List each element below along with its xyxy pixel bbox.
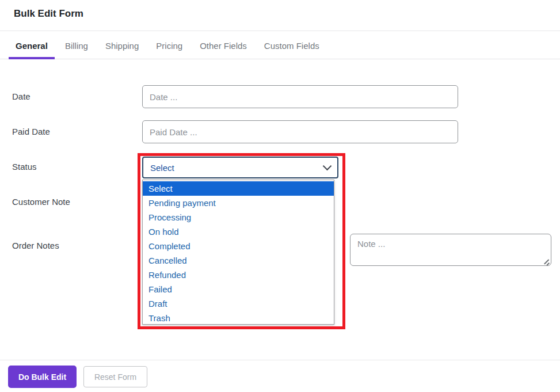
tab-pricing[interactable]: Pricing bbox=[149, 35, 189, 59]
paid-date-label: Paid Date bbox=[12, 127, 50, 136]
bulk-edit-form-page: Bulk Edit Form General Billing Shipping … bbox=[0, 0, 560, 392]
chevron-down-icon bbox=[323, 162, 332, 171]
status-option-draft[interactable]: Draft bbox=[143, 296, 334, 311]
reset-form-button[interactable]: Reset Form bbox=[83, 366, 147, 387]
customer-note-label: Customer Note bbox=[12, 197, 70, 207]
status-select-value: Select bbox=[150, 163, 174, 173]
tab-general[interactable]: General bbox=[9, 35, 55, 59]
footer-divider bbox=[0, 360, 560, 360]
status-option-on-hold[interactable]: On hold bbox=[143, 224, 334, 239]
status-option-completed[interactable]: Completed bbox=[143, 239, 334, 253]
do-bulk-edit-button[interactable]: Do Bulk Edit bbox=[8, 366, 77, 388]
page-title: Bulk Edit Form bbox=[14, 8, 83, 20]
status-option-select[interactable]: Select bbox=[143, 181, 334, 196]
status-dropdown-list: Select Pending payment Processing On hol… bbox=[142, 180, 334, 325]
tab-other-fields[interactable]: Other Fields bbox=[193, 35, 254, 59]
tab-bar: General Billing Shipping Pricing Other F… bbox=[0, 36, 560, 59]
order-notes-label: Order Notes bbox=[12, 241, 59, 250]
tab-shipping[interactable]: Shipping bbox=[98, 35, 146, 59]
status-option-cancelled[interactable]: Cancelled bbox=[143, 253, 334, 268]
status-option-refunded[interactable]: Refunded bbox=[143, 268, 334, 282]
status-option-processing[interactable]: Processing bbox=[143, 210, 334, 224]
header-divider bbox=[0, 31, 560, 31]
status-option-failed[interactable]: Failed bbox=[143, 282, 334, 296]
status-option-trash[interactable]: Trash bbox=[143, 311, 334, 325]
tab-custom-fields[interactable]: Custom Fields bbox=[257, 35, 326, 59]
paid-date-input[interactable] bbox=[142, 120, 458, 143]
order-note-textarea[interactable] bbox=[350, 234, 551, 266]
status-option-pending-payment[interactable]: Pending payment bbox=[143, 196, 334, 210]
date-input[interactable] bbox=[142, 85, 458, 108]
status-label: Status bbox=[12, 162, 37, 172]
status-select[interactable]: Select bbox=[142, 157, 338, 178]
date-label: Date bbox=[12, 92, 31, 101]
tab-billing[interactable]: Billing bbox=[58, 35, 95, 59]
